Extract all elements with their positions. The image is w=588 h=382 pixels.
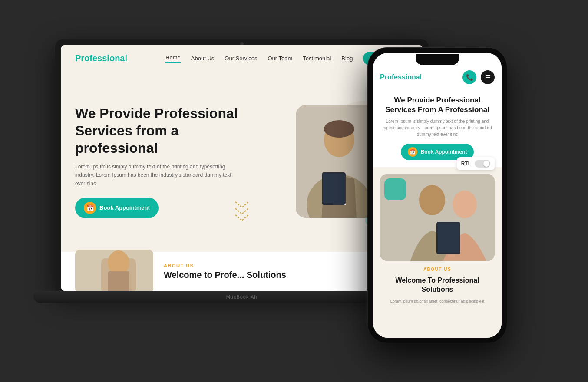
phone-brand-logo: Professional — [380, 73, 422, 81]
phone-content: Professional 📞 ☰ We Provide Profess — [373, 53, 502, 338]
nav-blog[interactable]: Blog — [341, 55, 353, 62]
phone-about-label: ABOUT US — [380, 267, 495, 272]
phone-about-description: Lorem ipsum dolor sit amet, consectetur … — [380, 299, 495, 305]
phone-hero-description: Lorem Ipsum is simply dummy text of the … — [380, 118, 495, 138]
rtl-toggle[interactable]: RTL — [457, 157, 495, 170]
svg-point-10 — [108, 250, 129, 275]
phone-nav-icons: 📞 ☰ — [462, 70, 495, 84]
phone-about-section: ABOUT US Welcome To Professional Solutio… — [373, 167, 502, 338]
about-text-area: ABOUT US Welcome to Profe... Solutions — [164, 263, 286, 280]
about-label: ABOUT US — [164, 263, 286, 268]
book-appointment-button[interactable]: 📅 Book Appointment — [75, 198, 159, 218]
svg-point-13 — [419, 185, 445, 215]
toggle-knob — [483, 161, 489, 167]
about-title: Welcome to Profe... Solutions — [164, 270, 286, 280]
hero-content: We Provide Professional Services from a … — [75, 105, 296, 218]
phone-screen: Professional 📞 ☰ We Provide Profess — [373, 53, 502, 338]
svg-rect-11 — [108, 271, 129, 291]
book-btn-label: Book Appointment — [99, 204, 150, 211]
phone-book-btn-label: Book Appointment — [421, 149, 467, 155]
phone-hero-section: We Provide Professional Services From A … — [373, 89, 502, 167]
hamburger-icon: ☰ — [485, 74, 491, 81]
hero-title: We Provide Professional Services from a … — [75, 105, 258, 157]
teal-decoration — [384, 178, 406, 200]
phone-notch — [416, 54, 459, 65]
svg-rect-7 — [323, 174, 344, 203]
phone-call-button[interactable]: 📞 — [462, 70, 476, 84]
nav-links: Home About Us Our Services Our Team Test… — [165, 54, 353, 63]
nav-services[interactable]: Our Services — [225, 55, 257, 62]
phone-about-title: Welcome To Professional Solutions — [380, 276, 495, 294]
calendar-icon: 📅 — [84, 202, 96, 214]
phone-shell: Professional 📞 ☰ We Provide Profess — [368, 48, 507, 343]
nav-about[interactable]: About Us — [191, 55, 214, 62]
phone-icon: 📞 — [466, 74, 473, 81]
brand-logo: Professional — [75, 53, 127, 63]
phone-about-image — [380, 174, 495, 261]
phone-menu-button[interactable]: ☰ — [481, 70, 495, 84]
phone-hero-title: We Provide Professional Services From A … — [380, 96, 495, 115]
svg-rect-16 — [438, 223, 459, 253]
nav-testimonial[interactable]: Testimonial — [303, 55, 331, 62]
svg-point-4 — [324, 120, 354, 138]
nav-team[interactable]: Our Team — [268, 55, 292, 62]
phone-calendar-icon: 📅 — [408, 147, 417, 157]
svg-point-14 — [453, 191, 477, 218]
about-image — [75, 250, 153, 291]
about-person-svg — [75, 250, 153, 291]
phone-wrapper: Professional 📞 ☰ We Provide Profess — [385, 26, 533, 356]
nav-home[interactable]: Home — [165, 54, 181, 63]
rtl-label: RTL — [461, 161, 471, 167]
hero-description: Lorem Ipsum is simply dummy text of the … — [75, 163, 231, 188]
toggle-switch[interactable] — [475, 160, 490, 168]
